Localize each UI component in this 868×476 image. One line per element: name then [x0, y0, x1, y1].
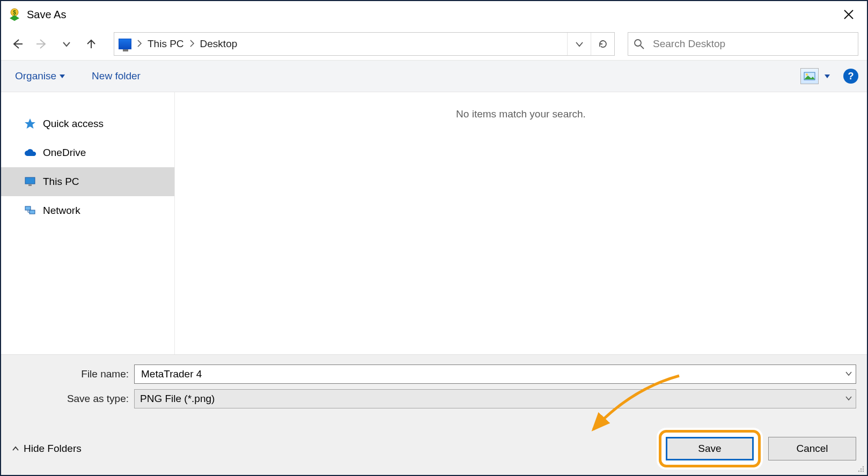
up-button[interactable] — [82, 34, 101, 54]
dialog-body: Quick access OneDrive This PC Network — [1, 92, 867, 354]
cloud-icon — [24, 146, 36, 159]
refresh-button[interactable] — [591, 33, 614, 55]
svg-point-12 — [858, 471, 859, 472]
command-bar: Organise New folder ? — [1, 60, 867, 92]
organise-label: Organise — [15, 70, 56, 82]
chevron-right-icon — [189, 39, 195, 50]
svg-rect-8 — [30, 210, 35, 214]
sidebar-item-network[interactable]: Network — [1, 196, 174, 225]
svg-point-2 — [635, 40, 641, 46]
svg-rect-5 — [25, 177, 35, 184]
sidebar-item-label: Network — [43, 205, 80, 217]
filename-combobox[interactable] — [134, 365, 856, 384]
save-as-dialog: $ Save As This PC D — [0, 0, 868, 476]
navigation-pane: Quick access OneDrive This PC Network — [1, 92, 175, 354]
svg-rect-6 — [28, 184, 32, 186]
save-button-highlight: Save — [659, 430, 761, 467]
file-list-pane[interactable]: No items match your search. — [175, 92, 867, 354]
sidebar-item-quick-access[interactable]: Quick access — [1, 109, 174, 138]
svg-text:$: $ — [13, 10, 16, 16]
search-input[interactable] — [652, 38, 852, 50]
svg-point-13 — [860, 471, 862, 472]
sidebar-item-label: Quick access — [43, 118, 104, 130]
organise-menu[interactable]: Organise — [10, 67, 70, 85]
this-pc-icon — [119, 39, 131, 49]
view-mode-dropdown[interactable] — [821, 75, 834, 78]
search-box[interactable] — [628, 32, 858, 56]
recent-locations-button[interactable] — [57, 34, 76, 54]
new-folder-button[interactable]: New folder — [86, 67, 146, 85]
save-button[interactable]: Save — [666, 437, 754, 460]
breadcrumb-this-pc[interactable]: This PC — [148, 38, 184, 50]
network-icon — [24, 204, 36, 217]
address-dropdown-button[interactable] — [567, 33, 591, 55]
cancel-button-label: Cancel — [796, 443, 828, 455]
view-mode-button[interactable] — [800, 68, 819, 84]
sidebar-item-this-pc[interactable]: This PC — [1, 167, 174, 196]
save-type-label: Save as type: — [12, 393, 134, 405]
svg-rect-7 — [25, 206, 31, 210]
monitor-icon — [24, 175, 36, 188]
star-icon — [24, 117, 36, 130]
back-button[interactable] — [8, 34, 27, 54]
chevron-down-icon — [825, 75, 830, 78]
title-bar: $ Save As — [1, 1, 867, 28]
chevron-down-icon[interactable] — [845, 368, 852, 380]
filename-input[interactable] — [140, 365, 835, 383]
resize-grip[interactable] — [856, 464, 865, 473]
forward-button[interactable] — [32, 34, 52, 54]
app-icon: $ — [8, 8, 21, 21]
save-button-label: Save — [698, 443, 721, 455]
bottom-panel: File name: Save as type: PNG File (*.png… — [1, 354, 867, 475]
sidebar-item-label: This PC — [43, 176, 79, 188]
svg-point-14 — [863, 471, 864, 472]
svg-point-11 — [863, 468, 864, 470]
svg-point-4 — [806, 73, 808, 76]
svg-point-9 — [863, 466, 864, 467]
chevron-down-icon — [60, 75, 65, 78]
help-button[interactable]: ? — [843, 69, 858, 84]
close-button[interactable] — [835, 4, 863, 25]
window-title: Save As — [27, 9, 66, 21]
cancel-button[interactable]: Cancel — [768, 437, 856, 460]
sidebar-item-label: OneDrive — [43, 147, 86, 159]
hide-folders-button[interactable]: Hide Folders — [12, 443, 82, 455]
hide-folders-label: Hide Folders — [24, 443, 82, 455]
save-type-combobox[interactable]: PNG File (*.png) — [134, 389, 856, 408]
chevron-down-icon[interactable] — [845, 393, 852, 405]
address-bar[interactable]: This PC Desktop — [114, 32, 615, 56]
chevron-up-icon — [12, 445, 19, 452]
filename-label: File name: — [12, 368, 134, 380]
save-type-value: PNG File (*.png) — [140, 393, 215, 405]
svg-point-10 — [860, 468, 862, 470]
new-folder-label: New folder — [92, 70, 141, 82]
breadcrumb-desktop[interactable]: Desktop — [200, 38, 238, 50]
sidebar-item-onedrive[interactable]: OneDrive — [1, 138, 174, 167]
address-path[interactable]: This PC Desktop — [114, 38, 567, 50]
picture-icon — [804, 72, 815, 80]
chevron-right-icon — [137, 39, 142, 50]
empty-message: No items match your search. — [175, 92, 867, 120]
nav-row: This PC Desktop — [1, 28, 867, 60]
search-icon — [634, 39, 644, 49]
